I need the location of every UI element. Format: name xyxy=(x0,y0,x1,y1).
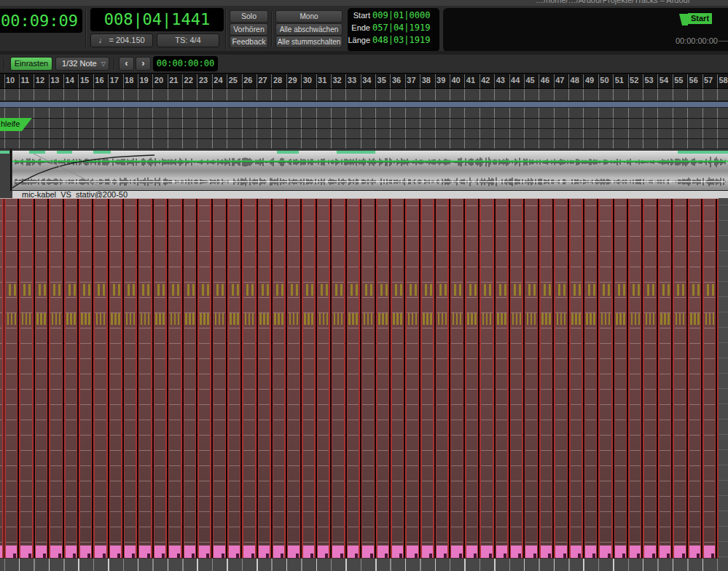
midi-note-pink[interactable] xyxy=(615,546,626,558)
midi-note[interactable] xyxy=(163,313,165,325)
midi-note[interactable] xyxy=(237,284,239,296)
midi-note[interactable] xyxy=(690,313,692,325)
midi-note[interactable] xyxy=(633,284,635,296)
midi-note-pink[interactable] xyxy=(318,546,329,558)
midi-note[interactable] xyxy=(59,313,61,325)
midi-note[interactable] xyxy=(623,313,625,325)
midi-note[interactable] xyxy=(70,313,72,325)
midi-note-pink[interactable] xyxy=(214,546,224,558)
midi-note[interactable] xyxy=(423,313,425,325)
midi-note-pink[interactable] xyxy=(362,546,373,558)
midi-note[interactable] xyxy=(382,313,384,325)
midi-note[interactable] xyxy=(296,284,298,296)
midi-note[interactable] xyxy=(7,313,9,325)
midi-note-pink[interactable] xyxy=(511,546,522,558)
midi-note[interactable] xyxy=(157,284,160,296)
midi-note[interactable] xyxy=(683,313,685,325)
midi-note[interactable] xyxy=(563,284,565,296)
midi-note[interactable] xyxy=(512,313,514,325)
midi-note[interactable] xyxy=(289,313,291,325)
mute-all-button[interactable]: Alle stummschalten xyxy=(275,36,343,48)
midi-note[interactable] xyxy=(393,313,395,325)
midi-note[interactable] xyxy=(618,284,620,296)
midi-note[interactable] xyxy=(482,313,485,325)
midi-note[interactable] xyxy=(130,313,132,325)
midi-note-pink[interactable] xyxy=(496,546,507,558)
midi-note[interactable] xyxy=(114,313,117,325)
midi-note[interactable] xyxy=(352,313,354,325)
midi-note[interactable] xyxy=(118,284,120,296)
midi-note[interactable] xyxy=(520,313,522,325)
midi-note[interactable] xyxy=(144,313,146,325)
midi-note[interactable] xyxy=(497,313,499,325)
midi-note[interactable] xyxy=(549,284,551,296)
dim-all-button[interactable]: Alle abschwächen xyxy=(275,23,343,36)
midi-note[interactable] xyxy=(619,313,622,325)
secondary-clock[interactable]: 008|04|1441 xyxy=(90,8,224,31)
midi-note[interactable] xyxy=(608,313,611,325)
midi-note[interactable] xyxy=(660,313,662,325)
midi-note-pink[interactable] xyxy=(659,546,670,558)
midi-note[interactable] xyxy=(425,284,427,296)
midi-note[interactable] xyxy=(177,284,179,296)
midi-note-pink[interactable] xyxy=(644,546,655,558)
midi-note[interactable] xyxy=(171,313,173,325)
midi-note[interactable] xyxy=(297,313,299,325)
midi-note[interactable] xyxy=(469,284,471,296)
midi-note[interactable] xyxy=(11,313,13,325)
midi-note[interactable] xyxy=(142,284,144,296)
midi-note[interactable] xyxy=(155,313,157,325)
midi-note-pink[interactable] xyxy=(50,546,61,558)
midi-note[interactable] xyxy=(81,313,83,325)
midi-note[interactable] xyxy=(29,313,31,325)
midi-note[interactable] xyxy=(408,313,410,325)
midi-note-pink[interactable] xyxy=(259,546,270,558)
midi-note[interactable] xyxy=(646,313,648,325)
midi-note[interactable] xyxy=(664,313,666,325)
midi-note[interactable] xyxy=(438,313,440,325)
midi-note[interactable] xyxy=(267,284,269,296)
midi-note[interactable] xyxy=(348,313,351,325)
midi-note[interactable] xyxy=(53,284,55,296)
midi-note-pink[interactable] xyxy=(630,546,641,558)
midi-note[interactable] xyxy=(74,313,76,325)
midi-note[interactable] xyxy=(133,313,136,325)
midi-note[interactable] xyxy=(14,284,16,296)
midi-note[interactable] xyxy=(88,313,90,325)
midi-note[interactable] xyxy=(9,284,11,296)
midi-note[interactable] xyxy=(40,313,42,325)
midi-note[interactable] xyxy=(111,313,113,325)
midi-note[interactable] xyxy=(649,313,651,325)
midi-note-pink[interactable] xyxy=(377,546,388,558)
midi-note[interactable] xyxy=(251,284,254,296)
midi-note[interactable] xyxy=(638,313,641,325)
midi-note[interactable] xyxy=(668,313,670,325)
midi-note[interactable] xyxy=(571,313,574,325)
midi-note[interactable] xyxy=(712,284,714,296)
midi-note[interactable] xyxy=(528,284,531,296)
midi-note[interactable] xyxy=(534,313,536,325)
midi-note-pink[interactable] xyxy=(704,546,715,558)
midi-note-pink[interactable] xyxy=(407,546,418,558)
midi-note-pink[interactable] xyxy=(169,546,180,558)
midi-note[interactable] xyxy=(159,313,161,325)
midi-note[interactable] xyxy=(490,313,492,325)
midi-note[interactable] xyxy=(163,284,165,296)
midi-note[interactable] xyxy=(400,313,402,325)
midi-note[interactable] xyxy=(662,284,665,296)
midi-note-pink[interactable] xyxy=(525,546,536,558)
midi-note[interactable] xyxy=(474,313,477,325)
midi-note[interactable] xyxy=(187,284,189,296)
midi-note[interactable] xyxy=(69,284,71,296)
midi-note[interactable] xyxy=(311,313,313,325)
midi-note[interactable] xyxy=(713,313,715,325)
midi-note[interactable] xyxy=(335,284,337,296)
midi-note[interactable] xyxy=(579,284,581,296)
midi-note[interactable] xyxy=(471,313,473,325)
midi-note[interactable] xyxy=(442,313,444,325)
midi-note[interactable] xyxy=(28,284,31,296)
midi-note[interactable] xyxy=(430,284,432,296)
midi-note[interactable] xyxy=(415,284,417,296)
midi-note[interactable] xyxy=(519,284,521,296)
midi-note[interactable] xyxy=(378,313,380,325)
